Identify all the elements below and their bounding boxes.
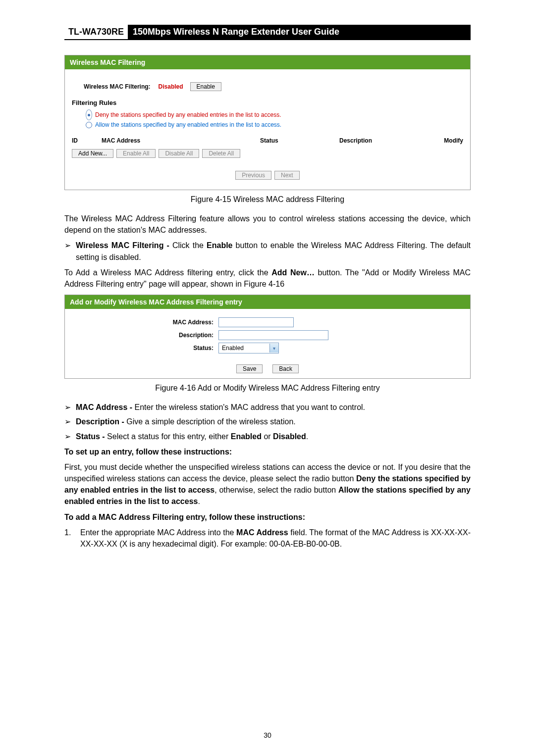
bullet-mac-address: ➢ MAC Address - Enter the wireless stati…: [64, 402, 471, 413]
figure-4-15-screenshot: Wireless MAC Filtering Wireless MAC Filt…: [64, 55, 471, 190]
enable-all-button[interactable]: Enable All: [116, 149, 156, 158]
radio-icon: [86, 109, 92, 120]
col-modify: Modify: [428, 137, 463, 144]
filtering-toggle-label: Wireless MAC Filtering:: [84, 83, 151, 90]
bullet-status: ➢ Status - Select a status for this entr…: [64, 431, 471, 442]
radio-deny-label: Deny the stations specified by any enabl…: [95, 111, 281, 118]
disable-all-button[interactable]: Disable All: [159, 149, 199, 158]
figure-4-15-caption: Figure 4-15 Wireless MAC address Filteri…: [64, 195, 471, 204]
add-entry-intro: To Add a Wireless MAC Address filtering …: [64, 267, 471, 290]
add-entry-instructions-heading: To add a MAC Address Filtering entry, fo…: [64, 511, 471, 523]
arrow-icon: ➢: [64, 240, 71, 262]
model-number: TL-WA730RE: [64, 25, 128, 39]
status-select-value: Enabled: [219, 345, 269, 352]
status-label: Status:: [65, 342, 214, 354]
arrow-icon: ➢: [64, 416, 71, 427]
arrow-icon: ➢: [64, 402, 71, 413]
mac-address-input[interactable]: [218, 317, 294, 327]
panel-title: Wireless MAC Filtering: [65, 55, 470, 69]
previous-button[interactable]: Previous: [235, 171, 271, 180]
mac-address-label: MAC Address:: [65, 316, 214, 329]
chevron-down-icon: ▾: [269, 344, 278, 353]
delete-all-button[interactable]: Delete All: [202, 149, 240, 158]
step-1: 1. Enter the appropriate MAC Address int…: [64, 527, 471, 550]
col-mac: MAC Address: [102, 137, 260, 144]
col-id: ID: [72, 137, 102, 144]
setup-instructions-paragraph: First, you must decide whether the unspe…: [64, 461, 471, 507]
radio-deny[interactable]: Deny the stations specified by any enabl…: [86, 109, 463, 120]
page-number: 30: [0, 731, 535, 739]
rules-table-header: ID MAC Address Status Description Modify: [72, 137, 463, 144]
arrow-icon: ➢: [64, 431, 71, 442]
page-header: TL-WA730RE 150Mbps Wireless N Range Exte…: [64, 25, 471, 40]
add-new-button[interactable]: Add New...: [72, 149, 113, 158]
radio-allow[interactable]: Allow the stations specified by any enab…: [86, 121, 463, 128]
bullet-wireless-mac-filtering: ➢ Wireless MAC Filtering - Click the Ena…: [64, 240, 471, 262]
figure-4-16-caption: Figure 4-16 Add or Modify Wireless MAC A…: [64, 384, 471, 393]
figure-4-16-screenshot: Add or Modify Wireless MAC Address Filte…: [64, 295, 471, 379]
radio-icon: [86, 122, 92, 128]
status-select[interactable]: Enabled ▾: [218, 343, 279, 353]
radio-allow-label: Allow the stations specified by any enab…: [95, 121, 281, 128]
filtering-status-text: Disabled: [159, 83, 183, 90]
doc-title: 150Mbps Wireless N Range Extender User G…: [128, 25, 471, 39]
enable-button[interactable]: Enable: [190, 82, 221, 91]
back-button[interactable]: Back: [272, 364, 299, 373]
filtering-rules-heading: Filtering Rules: [72, 99, 463, 106]
intro-paragraph: The Wireless MAC Address Filtering featu…: [64, 213, 471, 236]
panel-title: Add or Modify Wireless MAC Address Filte…: [65, 295, 470, 309]
col-status: Status: [260, 137, 339, 144]
setup-instructions-heading: To set up an entry, follow these instruc…: [64, 446, 471, 457]
description-input[interactable]: [218, 330, 328, 340]
col-description: Description: [339, 137, 428, 144]
bullet-description: ➢ Description - Give a simple descriptio…: [64, 416, 471, 427]
next-button[interactable]: Next: [274, 171, 300, 180]
description-label: Description:: [65, 329, 214, 342]
save-button[interactable]: Save: [236, 364, 263, 373]
